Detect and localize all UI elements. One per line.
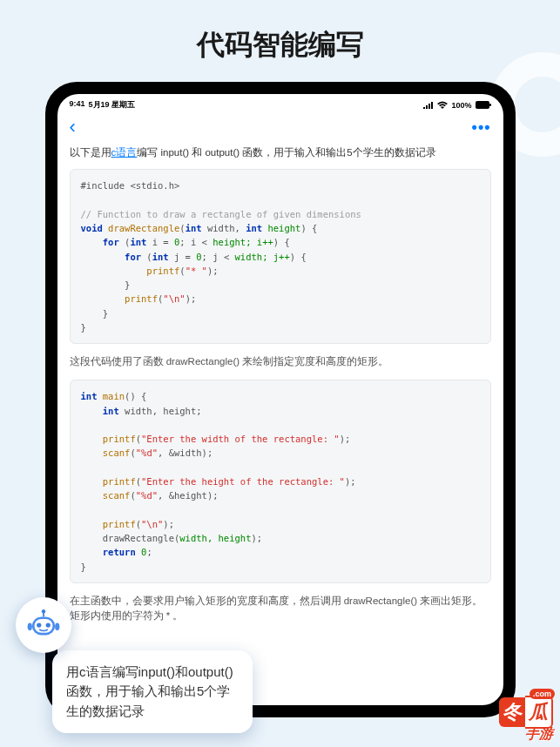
svg-rect-5	[489, 104, 491, 106]
status-battery-percent: 100%	[451, 101, 471, 110]
svg-point-6	[42, 609, 45, 613]
svg-rect-1	[426, 105, 428, 109]
svg-rect-4	[476, 101, 489, 109]
intro-text: 以下是用c语言编写 input() 和 output() 函数，用于输入和输出5…	[70, 145, 491, 160]
svg-point-12	[28, 622, 32, 630]
wifi-icon	[437, 101, 448, 109]
code-block-1: #include <stdio.h> // Function to draw a…	[70, 169, 491, 344]
battery-icon	[476, 101, 491, 109]
user-prompt-bubble[interactable]: 用c语言编写input()和output()函数，用于输入和输出5个学生的数据记…	[52, 650, 253, 734]
robot-icon	[25, 607, 62, 643]
description-2: 在主函数中，会要求用户输入矩形的宽度和高度，然后调用 drawRectangle…	[70, 594, 491, 624]
tablet-screen: 9:41 5月19 星期五 100% ‹ ••• 以下是用c语言编写 input…	[57, 94, 503, 705]
svg-point-13	[55, 622, 59, 630]
description-1: 这段代码使用了函数 drawRectangle() 来绘制指定宽度和高度的矩形。	[70, 354, 491, 369]
svg-rect-0	[423, 107, 425, 109]
page-title: 代码智能编写	[0, 0, 560, 82]
svg-point-11	[46, 622, 51, 627]
tablet-device-frame: 9:41 5月19 星期五 100% ‹ ••• 以下是用c语言编写 input…	[45, 82, 516, 717]
more-button[interactable]: •••	[472, 118, 491, 137]
status-date: 5月19 星期五	[89, 99, 136, 111]
svg-rect-3	[431, 102, 433, 109]
code-block-2: int main() { int width, height; printf("…	[70, 380, 491, 582]
status-bar: 9:41 5月19 星期五 100%	[57, 94, 503, 112]
c-language-link[interactable]: c语言	[111, 147, 138, 158]
svg-point-10	[37, 622, 41, 627]
back-button[interactable]: ‹	[70, 116, 76, 138]
status-time: 9:41	[70, 99, 85, 111]
assistant-avatar[interactable]	[16, 597, 71, 653]
watermark-logo: 冬 瓜.com 手游	[499, 696, 553, 744]
content-area: 以下是用c语言编写 input() 和 output() 函数，用于输入和输出5…	[57, 145, 503, 705]
signal-icon	[423, 102, 434, 109]
svg-rect-2	[428, 104, 430, 109]
navigation-bar: ‹ •••	[57, 112, 503, 145]
